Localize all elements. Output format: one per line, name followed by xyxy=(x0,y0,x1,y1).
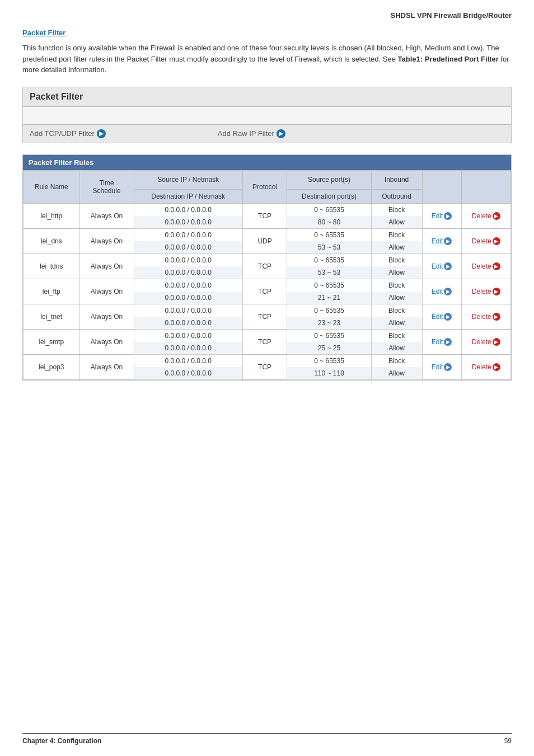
cell-source-ports: 0 ~ 65535 xyxy=(287,228,371,241)
add-tcp-label: Add TCP/UDP Filter xyxy=(30,129,95,138)
edit-button[interactable]: Edit ▶ xyxy=(432,288,452,295)
add-tcp-udp-filter-button[interactable]: Add TCP/UDP Filter ▶ xyxy=(30,129,106,138)
add-raw-ip-filter-button[interactable]: Add Raw IP Filter ▶ xyxy=(218,129,285,138)
cell-dest-ports: 25 ~ 25 xyxy=(287,342,371,355)
table-header-row: Rule Name TimeSchedule Source IP / Netma… xyxy=(24,170,511,189)
cell-source-ip: 0.0.0.0 / 0.0.0.0 xyxy=(134,304,242,317)
cell-delete: Delete ▶ xyxy=(461,253,510,279)
cell-source-ip: 0.0.0.0 / 0.0.0.0 xyxy=(134,253,242,266)
cell-rule-name: lei_http xyxy=(24,203,80,228)
cell-outbound: Allow xyxy=(371,367,422,380)
cell-edit: Edit ▶ xyxy=(422,329,461,354)
cell-inbound: Block xyxy=(371,253,422,266)
cell-time-schedule: Always On xyxy=(79,279,134,304)
delete-button[interactable]: Delete ▶ xyxy=(472,212,500,220)
cell-time-schedule: Always On xyxy=(79,354,134,379)
header-title: SHDSL VPN Firewall Bridge/Router xyxy=(391,11,512,20)
cell-time-schedule: Always On xyxy=(79,228,134,253)
cell-edit: Edit ▶ xyxy=(422,228,461,253)
col-dest-ip-label: Destination IP / Netmask xyxy=(134,189,242,203)
table-row: lei_tdnsAlways On0.0.0.0 / 0.0.0.0TCP0 ~… xyxy=(24,253,511,266)
cell-edit: Edit ▶ xyxy=(422,203,461,228)
pf-buttons-row: Add TCP/UDP Filter ▶ Add Raw IP Filter ▶ xyxy=(23,125,511,143)
delete-button[interactable]: Delete ▶ xyxy=(472,288,500,295)
col-delete-header xyxy=(461,170,510,203)
cell-dest-ports: 80 ~ 80 xyxy=(287,216,371,229)
cell-protocol: TCP xyxy=(242,329,287,354)
cell-outbound: Allow xyxy=(371,292,422,304)
cell-inbound: Block xyxy=(371,304,422,317)
cell-rule-name: lei_ftp xyxy=(24,279,80,304)
cell-time-schedule: Always On xyxy=(79,329,134,354)
col-edit-header xyxy=(422,170,461,203)
cell-time-schedule: Always On xyxy=(79,304,134,329)
table-row: lei_pop3Always On0.0.0.0 / 0.0.0.0TCP0 ~… xyxy=(24,354,511,367)
cell-rule-name: lei_tdns xyxy=(24,253,80,279)
page-header: SHDSL VPN Firewall Bridge/Router xyxy=(22,11,512,20)
delete-button[interactable]: Delete ▶ xyxy=(472,262,500,270)
cell-dest-ports: 21 ~ 21 xyxy=(287,292,371,304)
table-row: lei_ftpAlways On0.0.0.0 / 0.0.0.0TCP0 ~ … xyxy=(24,279,511,292)
cell-dest-ports: 23 ~ 23 xyxy=(287,317,371,330)
cell-outbound: Allow xyxy=(371,266,422,279)
delete-button[interactable]: Delete ▶ xyxy=(472,338,500,346)
cell-rule-name: lei_smtp xyxy=(24,329,80,354)
cell-source-ip: 0.0.0.0 / 0.0.0.0 xyxy=(134,329,242,342)
cell-rule-name: lei_tnet xyxy=(24,304,80,329)
cell-inbound: Block xyxy=(371,279,422,292)
cell-dest-ip: 0.0.0.0 / 0.0.0.0 xyxy=(134,216,242,229)
edit-button[interactable]: Edit ▶ xyxy=(432,212,452,220)
cell-source-ip: 0.0.0.0 / 0.0.0.0 xyxy=(134,228,242,241)
delete-button[interactable]: Delete ▶ xyxy=(472,363,500,371)
edit-button[interactable]: Edit ▶ xyxy=(432,338,452,346)
pf-toolbar xyxy=(23,107,511,125)
cell-dest-ip: 0.0.0.0 / 0.0.0.0 xyxy=(134,241,242,254)
cell-protocol: TCP xyxy=(242,304,287,329)
cell-dest-ports: 110 ~ 110 xyxy=(287,367,371,380)
cell-inbound: Block xyxy=(371,354,422,367)
col-ip-netmask: Source IP / Netmask xyxy=(134,170,242,189)
edit-button[interactable]: Edit ▶ xyxy=(432,363,452,371)
cell-protocol: TCP xyxy=(242,354,287,379)
cell-source-ip: 0.0.0.0 / 0.0.0.0 xyxy=(134,354,242,367)
col-protocol: Protocol xyxy=(242,170,287,203)
section-title: Packet Filter xyxy=(22,29,512,37)
cell-source-ports: 0 ~ 65535 xyxy=(287,203,371,216)
cell-protocol: TCP xyxy=(242,253,287,279)
add-raw-label: Add Raw IP Filter xyxy=(218,129,274,138)
cell-dest-ip: 0.0.0.0 / 0.0.0.0 xyxy=(134,292,242,304)
cell-edit: Edit ▶ xyxy=(422,253,461,279)
cell-delete: Delete ▶ xyxy=(461,354,510,379)
edit-button[interactable]: Edit ▶ xyxy=(432,313,452,321)
packet-filter-heading: Packet Filter xyxy=(23,87,511,107)
cell-delete: Delete ▶ xyxy=(461,203,510,228)
footer-chapter: Chapter 4: Configuration xyxy=(22,737,101,745)
cell-source-ip: 0.0.0.0 / 0.0.0.0 xyxy=(134,203,242,216)
cell-source-ports: 0 ~ 65535 xyxy=(287,279,371,292)
edit-button[interactable]: Edit ▶ xyxy=(432,262,452,270)
cell-dest-ip: 0.0.0.0 / 0.0.0.0 xyxy=(134,266,242,279)
cell-outbound: Allow xyxy=(371,342,422,355)
delete-button[interactable]: Delete ▶ xyxy=(472,313,500,321)
cell-time-schedule: Always On xyxy=(79,253,134,279)
cell-source-ip: 0.0.0.0 / 0.0.0.0 xyxy=(134,279,242,292)
col-dest-ports: Destination port(s) xyxy=(287,189,371,203)
table-row: lei_dnsAlways On0.0.0.0 / 0.0.0.0UDP0 ~ … xyxy=(24,228,511,241)
packet-filter-box: Packet Filter Add TCP/UDP Filter ▶ Add R… xyxy=(22,87,512,143)
table-row: lei_httpAlways On0.0.0.0 / 0.0.0.0TCP0 ~… xyxy=(24,203,511,216)
cell-protocol: UDP xyxy=(242,228,287,253)
footer-page: 59 xyxy=(504,737,512,745)
cell-outbound: Allow xyxy=(371,241,422,254)
cell-dest-ip: 0.0.0.0 / 0.0.0.0 xyxy=(134,342,242,355)
cell-source-ports: 0 ~ 65535 xyxy=(287,329,371,342)
cell-source-ports: 0 ~ 65535 xyxy=(287,253,371,266)
col-source-ports: Source port(s) xyxy=(287,170,371,189)
table-row: lei_smtpAlways On0.0.0.0 / 0.0.0.0TCP0 ~… xyxy=(24,329,511,342)
cell-source-ports: 0 ~ 65535 xyxy=(287,304,371,317)
col-inbound: Inbound xyxy=(371,170,422,189)
edit-button[interactable]: Edit ▶ xyxy=(432,237,452,245)
cell-delete: Delete ▶ xyxy=(461,304,510,329)
cell-outbound: Allow xyxy=(371,317,422,330)
col-source-ip-label: Source IP / Netmask xyxy=(139,173,238,186)
delete-button[interactable]: Delete ▶ xyxy=(472,237,500,245)
